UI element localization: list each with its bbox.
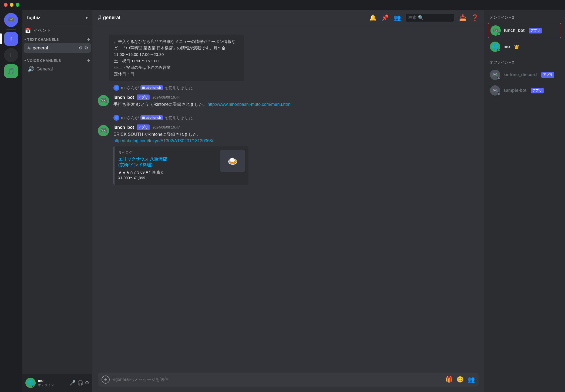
hash-icon: # [28,45,31,51]
message-header-1: lunch_bot アプリ 2024/08/08 16:44 [113,94,479,100]
add-voice-channel-button[interactable]: + [87,58,90,63]
member-item-kintone-discord[interactable]: 🎮 kintone_discord アプリ [488,67,561,82]
offline-section-title: オフライン－2 [488,60,561,65]
gif-icon[interactable]: 👥 [468,376,475,383]
input-actions: 🎁 😊 👥 [445,376,475,383]
input-area: + 🎁 😊 👥 [92,373,484,392]
system-text-before-2: moさんが [121,115,139,120]
message-text-2: ERICK SOUTH がkintoneに登録されました。 http://tab… [113,131,479,144]
message-link-2[interactable]: http://tabelog.com/tokyo/A1302/A130201/1… [113,138,213,143]
window-chrome [0,0,565,10]
message-content-2: lunch_bot アプリ 2024/08/08 16:47 ERICK SOU… [113,124,479,185]
chevron-down-icon: ▾ [86,16,88,20]
system-message-2: 🌐 moさんが ⊞ add-lunch を使用しました [98,114,479,122]
input-box: + 🎁 😊 👥 [98,373,479,387]
sidebar-event[interactable]: 📅 イベント [22,26,92,35]
app-badge-2: アプリ [137,124,150,130]
member-item-sample-bot[interactable]: 🎮 sample-bot アプリ [488,83,561,98]
message-content-1: lunch_bot アプリ 2024/08/08 16:44 手打ち蕎麦 むとう… [113,94,479,108]
member-avatar-kintone-discord: 🎮 [490,70,500,80]
deafen-icon[interactable]: 🎧 [77,380,83,386]
emoji-icon[interactable]: 😊 [456,376,464,383]
context-box-text: 。来入くるなひなら店品の詳細なメニューの情報やクーポン情報など、「中華料理 菜香… [114,39,236,76]
member-item-lunch-bot[interactable]: 🎮 lunch_bot アプリ [488,23,561,38]
channel-name-general: general [33,45,48,51]
channel-item-general[interactable]: # general ⚙ ⚙ [24,43,91,53]
voice-channels-category[interactable]: ▾ VOICE CHANNELS + [22,56,92,64]
channel-name-general-voice: General [36,66,53,72]
channel-actions: ⚙ ⚙ [79,45,88,50]
add-text-channel-button[interactable]: + [87,37,90,42]
discord-home-icon[interactable]: 🎮 [4,13,18,27]
embed-title[interactable]: エリックサウス 八重洲店(京橋/インド料理) [118,157,217,168]
server-icon-fujibiz[interactable]: f [4,32,18,46]
link-embed: 食べログ エリックサウス 八重洲店(京橋/インド料理) ★★★☆☆3.69 ■予… [113,146,248,185]
chat-header: # general 🔔 📌 👥 検索 🔍 📥 ❓ [92,10,484,26]
member-avatar-lunch-bot: 🎮 [490,25,501,36]
server-name-bar[interactable]: fujibiz ▾ [22,10,92,26]
channel-name-header: # general [98,14,120,22]
embed-desc: ★★★☆☆3.69 ■予算(夜):¥1,000〜¥1,999 [118,170,217,181]
settings-gear-icon[interactable]: ⚙ [85,380,89,386]
text-channels-category[interactable]: ▾ TEXT CHANNELS + [22,35,92,43]
voice-channels-label: VOICE CHANNELS [27,59,61,63]
status-dot-lunch-bot [497,32,501,36]
voice-category-arrow-icon: ▾ [24,59,26,62]
message-header-2: lunch_bot アプリ 2024/08/08 16:47 [113,124,479,130]
main-chat: # general 🔔 📌 👥 検索 🔍 📥 ❓ 。来入く [92,10,484,392]
member-name-kintone-discord: kintone_discord [503,72,537,77]
system-avatar-2: 🌐 [113,115,119,121]
command-badge-1[interactable]: ⊞ add-lunch [140,85,163,90]
member-avatar-mo: 🌐 [490,42,500,52]
pin-icon[interactable]: 📌 [381,14,389,21]
category-arrow-icon: ▾ [24,38,26,41]
maximize-button[interactable] [16,3,19,7]
server-name: fujibiz [27,15,40,21]
command-badge-2[interactable]: ⊞ add-lunch [140,115,163,120]
channel-sidebar: fujibiz ▾ 📅 イベント ▾ TEXT CHANNELS + # gen… [22,10,92,392]
event-label: イベント [33,28,51,33]
system-text-after-1: を使用しました [164,85,193,90]
username: mo [38,379,68,383]
status-dot-sample-bot [497,92,500,96]
message-author-1: lunch_bot [113,95,134,100]
bot-avatar-1: 🎮 [98,95,109,106]
channel-item-general-voice[interactable]: 🔊 General [24,64,91,74]
manage-members-icon[interactable]: ⚙ [79,45,83,50]
add-attachment-button[interactable]: + [102,376,110,384]
gift-icon[interactable]: 🎁 [445,376,453,383]
voice-icon: 🔊 [28,66,34,72]
mute-icon[interactable]: 🎤 [70,380,76,386]
close-button[interactable] [4,3,8,7]
app-badge-1: アプリ [137,94,150,100]
message-link-1[interactable]: http://www.nihonbashi-muto.com/menu.html [207,102,291,107]
message-timestamp-1: 2024/08/08 16:44 [152,95,180,99]
member-item-mo[interactable]: 🌐 mo 👑 [488,39,561,54]
message-text-1: 手打ち蕎麦 むとう がkintoneに登録されました。http://www.ni… [113,101,479,108]
messages-area[interactable]: 。来入くるなひなら店品の詳細なメニューの情報やクーポン情報など、「中華料理 菜香… [92,26,484,373]
add-server-button[interactable]: + [4,48,18,62]
message-author-2: lunch_bot [113,125,134,130]
search-placeholder: 検索 [408,15,416,20]
members-icon[interactable]: 👥 [394,14,401,21]
minimize-button[interactable] [10,3,14,7]
inbox-icon[interactable]: 📥 [459,14,466,21]
text-channels-label: TEXT CHANNELS [27,38,59,42]
message-group-1: 🎮 lunch_bot アプリ 2024/08/08 16:44 手打ち蕎麦 む… [98,92,479,110]
event-icon: 📅 [25,28,31,33]
server-divider [6,29,16,30]
bell-icon[interactable]: 🔔 [369,14,376,21]
message-input[interactable] [113,377,442,382]
search-bar[interactable]: 検索 🔍 [406,14,454,22]
online-status-dot [32,385,36,388]
bot-avatar-2: 🎮 [98,125,109,136]
member-badge-kintone-discord: アプリ [541,72,554,78]
server-icon-spotify[interactable]: 🎵 [4,64,18,78]
message-group-2: 🎮 lunch_bot アプリ 2024/08/08 16:47 ERICK S… [98,122,479,187]
user-panel-actions: 🎤 🎧 ⚙ [70,380,89,386]
settings-icon[interactable]: ⚙ [84,45,88,50]
help-icon[interactable]: ❓ [471,14,479,21]
members-sidebar: オンライン－2 🎮 lunch_bot アプリ 🌐 mo 👑 オフライン－2 [484,10,565,392]
member-name-sample-bot: sample-bot [503,88,526,93]
search-icon: 🔍 [418,15,423,20]
